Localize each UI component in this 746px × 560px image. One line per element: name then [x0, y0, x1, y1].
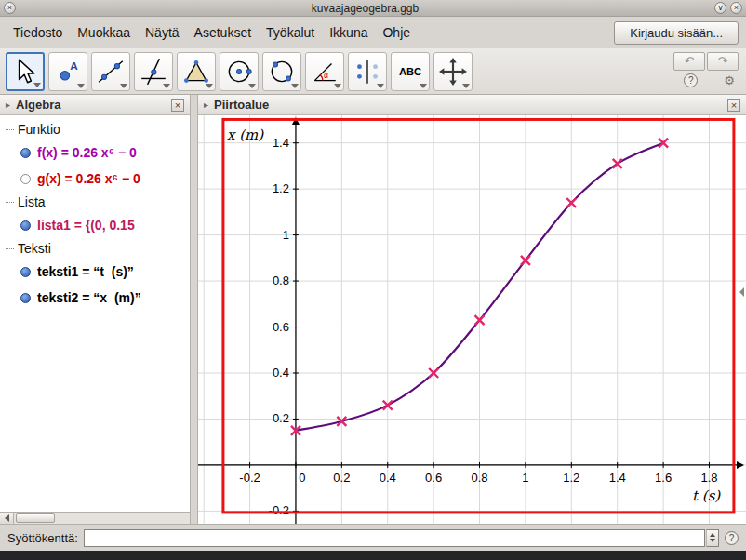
y-tick-label: 0.4 — [273, 366, 289, 380]
circle-icon — [224, 57, 254, 87]
x-tick-label: 0.2 — [333, 471, 350, 485]
menu-item-tyokalut[interactable]: Työkalut — [259, 21, 322, 44]
graphics-canvas[interactable]: -0.200.20.40.60.811.21.41.61.8-0.20.20.4… — [198, 115, 746, 524]
algebra-item-g[interactable]: g(x) = 0.26 x⁶ − 0 — [0, 166, 190, 192]
scroll-left-button[interactable] — [0, 513, 14, 524]
algebra-group-teksti[interactable]: Teksti — [0, 238, 190, 259]
algebra-horizontal-scrollbar[interactable] — [0, 512, 190, 524]
sign-in-button[interactable]: Kirjaudu sisään... — [614, 21, 739, 45]
tool-options-arrow-icon[interactable] — [206, 84, 213, 88]
input-history-spinner[interactable] — [706, 529, 719, 547]
input-bar: Syöttökenttä: ? — [0, 524, 746, 551]
visibility-marble[interactable] — [20, 148, 31, 158]
window-menu-button[interactable]: × — [4, 2, 16, 14]
y-tick-label: 1.2 — [273, 181, 289, 195]
collapse-panel-button[interactable] — [737, 281, 746, 303]
tool-options-arrow-icon[interactable] — [420, 84, 427, 88]
command-input[interactable] — [84, 529, 705, 547]
move-tool-button[interactable] — [6, 52, 45, 91]
x-tick-label: 0.6 — [425, 471, 442, 485]
y-tick-label: 1.4 — [273, 136, 289, 150]
tool-options-arrow-icon[interactable] — [77, 84, 85, 88]
angle-icon: α — [310, 57, 340, 87]
graphics-panel-close-button[interactable]: × — [727, 99, 740, 112]
algebra-panel-close-button[interactable]: × — [171, 99, 184, 112]
move-graphics-view-tool-button[interactable] — [433, 52, 473, 91]
chart: -0.200.20.40.60.811.21.41.61.8-0.20.20.4… — [198, 115, 746, 524]
help-button[interactable]: ? — [684, 73, 698, 87]
tool-options-arrow-icon[interactable] — [462, 84, 470, 88]
tree-connector — [6, 202, 14, 203]
window-bottom-edge — [0, 551, 746, 560]
y-tick-label: 0.8 — [273, 273, 289, 287]
menu-item-tiedosto[interactable]: Tiedosto — [6, 21, 70, 44]
undo-redo-group: ↶ ↷ — [673, 52, 739, 71]
menu-item-ikkuna[interactable]: Ikkuna — [322, 21, 375, 44]
tree-connector — [6, 129, 14, 130]
visibility-marble[interactable] — [20, 267, 31, 277]
x-tick-label: 1 — [522, 471, 528, 485]
new-point-icon: A — [53, 57, 83, 87]
move-view-icon — [438, 57, 468, 87]
graphics-panel: ▸ Piirtoalue × -0.200.20.40.60.811.21.41… — [198, 95, 746, 524]
insert-text-tool-button[interactable]: ABC — [391, 52, 430, 91]
visibility-marble[interactable] — [20, 293, 31, 303]
perpendicular-line-icon — [139, 57, 168, 87]
algebra-item-lista1[interactable]: lista1 = {(0, 0.15 — [0, 212, 190, 238]
line-through-two-points-tool-button[interactable] — [91, 52, 130, 91]
tool-options-arrow-icon[interactable] — [377, 84, 384, 88]
spinner-up-icon — [710, 533, 715, 537]
menu-item-nayta[interactable]: Näytä — [138, 21, 187, 44]
algebra-panel-menu-arrow-icon[interactable]: ▸ — [6, 100, 10, 110]
circle-with-center-tool-button[interactable] — [220, 52, 259, 91]
menu-item-ohje[interactable]: Ohje — [375, 21, 418, 44]
new-point-tool-button[interactable]: A — [48, 52, 87, 91]
close-button[interactable]: × — [730, 2, 742, 14]
y-tick-label: 0.2 — [273, 411, 289, 425]
redo-button[interactable]: ↷ — [707, 52, 739, 71]
menu-item-muokkaa[interactable]: Muokkaa — [70, 21, 138, 44]
toolbar: AαABC ↶ ↷ ? ⚙ — [0, 48, 746, 95]
menu-item-asetukset[interactable]: Asetukset — [187, 21, 259, 44]
red-frame — [223, 119, 734, 512]
tool-options-arrow-icon[interactable] — [163, 84, 170, 88]
visibility-marble[interactable] — [20, 220, 31, 231]
tool-options-arrow-icon[interactable] — [33, 83, 41, 87]
minimize-button[interactable]: ∨ — [714, 2, 726, 14]
algebra-group-lista[interactable]: Lista — [0, 192, 190, 212]
group-label: Lista — [18, 194, 46, 209]
titlebar[interactable]: × kuvaajageogebra.ggb ∨ × — [0, 0, 746, 17]
panel-splitter[interactable] — [191, 95, 198, 524]
x-tick-label: 1.4 — [609, 471, 626, 485]
algebra-group-funktio[interactable]: Funktio — [0, 119, 190, 140]
input-help-button[interactable]: ? — [725, 531, 739, 545]
algebra-item-teksti1[interactable]: teksti1 = “t (s)” — [0, 259, 190, 285]
algebra-item-f[interactable]: f(x) = 0.26 x⁶ − 0 — [0, 140, 190, 166]
x-tick-label: 0 — [299, 471, 305, 485]
graphics-panel-menu-arrow-icon[interactable]: ▸ — [204, 100, 208, 110]
item-label: g(x) = 0.26 x⁶ − 0 — [37, 171, 140, 186]
visibility-marble[interactable] — [20, 174, 31, 184]
x-axis-label: t (s) — [692, 487, 721, 504]
window-title: kuvaajageogebra.ggb — [20, 2, 711, 15]
tool-options-arrow-icon[interactable] — [334, 84, 341, 88]
main-area: ▸ Algebra × Funktiof(x) = 0.26 x⁶ − 0g(x… — [0, 95, 746, 524]
tool-options-arrow-icon[interactable] — [248, 84, 256, 88]
tool-options-arrow-icon[interactable] — [291, 84, 299, 88]
algebra-tree: Funktiof(x) = 0.26 x⁶ − 0g(x) = 0.26 x⁶ … — [0, 115, 190, 512]
perpendicular-line-tool-button[interactable] — [134, 52, 173, 91]
settings-gear-icon[interactable]: ⚙ — [724, 73, 735, 87]
polygon-tool-button[interactable] — [177, 52, 216, 91]
help-settings-row: ? ⚙ — [684, 73, 739, 87]
x-tick-label: 1.6 — [655, 471, 672, 485]
conic-through-points-tool-button[interactable] — [262, 52, 301, 91]
angle-tool-button[interactable]: α — [305, 52, 344, 91]
svg-text:A: A — [70, 59, 78, 71]
tool-options-arrow-icon[interactable] — [120, 84, 127, 88]
reflect-about-line-tool-button[interactable] — [348, 52, 387, 91]
algebra-item-teksti2[interactable]: teksti2 = “x (m)” — [0, 285, 190, 311]
scrollbar-thumb[interactable] — [16, 513, 55, 523]
collapse-arrow-icon — [739, 287, 744, 297]
reflection-icon — [353, 57, 382, 87]
undo-button[interactable]: ↶ — [673, 52, 705, 71]
